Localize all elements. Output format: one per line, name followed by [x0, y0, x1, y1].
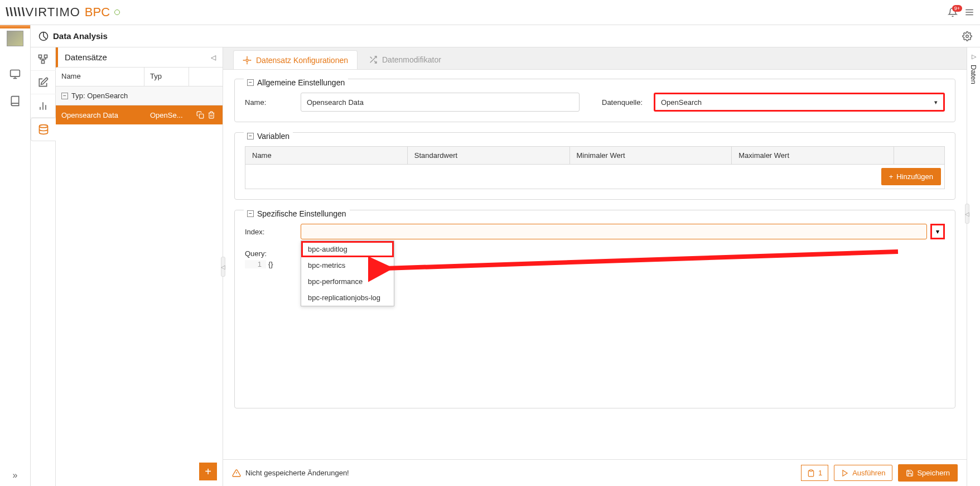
module-edit-icon[interactable] — [31, 71, 56, 94]
copy-icon[interactable] — [196, 111, 204, 119]
logo-virtimo: \\\\\VIRTIMO — [6, 5, 80, 20]
splitter-left[interactable]: ◁ — [221, 257, 225, 277]
specific-settings: − Spezifische Einstellungen Index: ▾ bpc… — [234, 210, 955, 408]
module-database-icon[interactable] — [31, 118, 56, 141]
splitter-right[interactable]: ◁ — [965, 204, 969, 224]
status-indicator-icon — [114, 9, 120, 15]
var-col-max[interactable]: Maximaler Wert — [732, 147, 894, 164]
general-settings: − Allgemeine Einstellungen Name: Datenqu… — [234, 79, 955, 122]
col-name[interactable]: Name — [56, 68, 144, 86]
svg-point-7 — [966, 35, 969, 37]
collapse-group-icon[interactable]: − — [61, 93, 68, 99]
collapse-vars-icon[interactable]: − — [247, 133, 254, 139]
gear-icon — [243, 56, 252, 65]
collapse-general-icon[interactable]: − — [247, 79, 254, 86]
svg-rect-3 — [11, 70, 20, 77]
module-chart-icon[interactable] — [31, 94, 56, 118]
module-tree-icon[interactable] — [31, 47, 56, 71]
collapse-left-icon[interactable]: ◁ — [211, 54, 216, 61]
group-row[interactable]: − Typ: OpenSearch — [56, 86, 223, 105]
row-name: Opensearch Data — [56, 111, 144, 119]
var-col-default[interactable]: Standardwert — [408, 147, 570, 164]
page-title: Data Analysis — [38, 31, 108, 41]
var-col-actions — [894, 147, 944, 164]
datasets-header: Datensätze ◁ — [56, 47, 223, 68]
dropdown-item-auditlog[interactable]: bpc-auditlog — [301, 241, 394, 257]
index-row: Index: ▾ bpc-auditlog bpc-metrics bpc-pe… — [245, 224, 945, 239]
svg-marker-25 — [843, 470, 847, 476]
col-type[interactable]: Typ — [144, 68, 189, 86]
datasets-title: Datensätze — [65, 52, 107, 62]
row-type: OpenSe... — [144, 111, 189, 119]
datasets-panel: Datensätze ◁ Name Typ − Typ: OpenSearch … — [56, 47, 223, 486]
svg-point-18 — [246, 59, 248, 61]
specific-legend: − Spezifische Einstellungen — [244, 209, 350, 218]
module-rail — [31, 47, 56, 486]
chevron-down-icon: ▾ — [934, 99, 938, 106]
datasets-columns: Name Typ — [56, 68, 223, 86]
footer-actions: 1 Ausführen Speichern — [801, 464, 958, 482]
dropdown-item-metrics[interactable]: bpc-metrics — [301, 257, 394, 273]
unsaved-warning: Nicht gespeicherte Änderungen! — [232, 469, 349, 478]
row-actions — [189, 111, 223, 119]
clipboard-count[interactable]: 1 — [801, 465, 828, 481]
book-icon[interactable] — [9, 95, 21, 107]
add-variable-button[interactable]: + Hinzufügen — [881, 168, 941, 185]
general-legend: − Allgemeine Einstellungen — [244, 78, 348, 87]
index-combo: ▾ bpc-auditlog bpc-metrics bpc-performan… — [301, 224, 945, 239]
collapse-spec-icon[interactable]: − — [247, 210, 254, 217]
datasource-select[interactable]: OpenSearch ▾ — [654, 93, 945, 112]
tab-modifier[interactable]: Datenmodifikator — [360, 50, 450, 69]
var-header: Name Standardwert Minimaler Wert Maximal… — [245, 147, 944, 165]
right-panel-collapsed[interactable]: ▷ Daten ◁ — [967, 47, 980, 486]
var-add-row: + Hinzufügen — [245, 165, 944, 189]
variables-settings: − Variablen Name Standardwert Minimaler … — [234, 132, 955, 200]
menu-icon[interactable] — [964, 7, 974, 17]
page-title-bar: Data Analysis — [31, 25, 980, 47]
svg-rect-15 — [199, 114, 204, 118]
index-input[interactable] — [301, 224, 927, 239]
tab-config[interactable]: Datensatz Konfigurationen — [233, 50, 358, 69]
dropdown-item-performance[interactable]: bpc-performance — [301, 273, 394, 290]
name-label: Name: — [245, 98, 289, 107]
save-button[interactable]: Speichern — [898, 464, 958, 482]
variables-table: Name Standardwert Minimaler Wert Maximal… — [245, 146, 945, 189]
warning-icon — [232, 469, 241, 478]
expand-rail-icon[interactable]: » — [13, 470, 18, 480]
var-col-min[interactable]: Minimaler Wert — [570, 147, 732, 164]
analytics-icon — [38, 31, 49, 41]
index-dropdown-trigger[interactable]: ▾ — [930, 224, 945, 239]
svg-rect-10 — [42, 60, 45, 63]
dataset-row[interactable]: Opensearch Data OpenSe... — [56, 105, 223, 124]
name-input[interactable] — [301, 93, 580, 112]
delete-icon[interactable] — [207, 111, 215, 119]
index-dropdown-list: bpc-auditlog bpc-metrics bpc-performance… — [301, 240, 394, 306]
settings-icon[interactable] — [962, 31, 972, 41]
app-header: \\\\\VIRTIMO BPC 9+ — [0, 0, 980, 25]
dropdown-item-replication[interactable]: bpc-replicationjobs-log — [301, 290, 394, 306]
notification-icon[interactable]: 9+ — [948, 7, 958, 17]
svg-rect-24 — [810, 470, 813, 471]
source-label: Datenquelle: — [602, 98, 643, 107]
svg-rect-8 — [39, 55, 42, 57]
svg-line-21 — [370, 57, 372, 59]
header-right: 9+ — [948, 7, 974, 17]
nav-item-active[interactable] — [7, 31, 23, 46]
add-dataset-button[interactable]: + — [199, 463, 217, 480]
col-actions — [189, 68, 223, 86]
expand-right-icon[interactable]: ▷ — [972, 53, 976, 60]
monitor-icon[interactable] — [9, 69, 21, 80]
run-button[interactable]: Ausführen — [834, 465, 892, 481]
config-main: ◁ Datensatz Konfigurationen Datenmodifik… — [223, 47, 967, 486]
footer-bar: Nicht gespeicherte Änderungen! 1 Ausführ… — [223, 459, 967, 486]
play-icon — [841, 469, 849, 477]
plus-icon: + — [889, 172, 894, 181]
notification-count: 9+ — [952, 5, 962, 12]
tabs-bar: Datensatz Konfigurationen Datenmodifikat… — [223, 47, 967, 70]
var-col-name[interactable]: Name — [245, 147, 408, 164]
line-number: 1 — [245, 260, 266, 268]
variables-legend: − Variablen — [244, 132, 293, 141]
logo-area: \\\\\VIRTIMO BPC — [6, 5, 120, 20]
config-body: − Allgemeine Einstellungen Name: Datenqu… — [223, 70, 967, 459]
logo-bpc: BPC — [85, 5, 110, 20]
